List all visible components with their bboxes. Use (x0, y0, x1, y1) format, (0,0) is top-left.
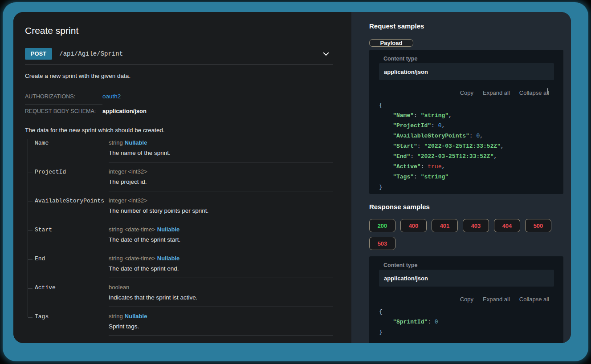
code-line: "Start": "2022-03-25T12:33:52Z", (379, 141, 554, 151)
field-type-cell: booleanIndicates that the sprint ist act… (109, 284, 333, 307)
tree-connector (25, 226, 35, 255)
schema-field-row: NamestringNullableThe name of the sprint… (25, 139, 333, 168)
body-description: The data for the new sprint which should… (25, 127, 333, 133)
field-type: boolean (109, 284, 333, 291)
request-sample-actions: CopyExpand allCollapse all (379, 89, 554, 96)
operation-doc-panel: Create sprint POST /api/Agile/Sprint Cre… (13, 12, 351, 343)
page-title: Create sprint (25, 25, 333, 36)
tree-connector (25, 255, 35, 284)
code-line: } (379, 327, 554, 337)
code-line: { (379, 100, 554, 110)
chevron-down-icon[interactable] (322, 50, 330, 58)
field-type: integer <int32> (109, 168, 333, 175)
field-description: Indicates that the sprint ist active. (109, 294, 333, 301)
code-line: "Active": true, (379, 162, 554, 172)
code-line: } (379, 182, 554, 192)
request-body-schema-value: application/json (102, 108, 147, 114)
code-line: "ProjectId": 0, (379, 121, 554, 131)
copy-link[interactable]: Copy (460, 89, 473, 96)
endpoint-row[interactable]: POST /api/Agile/Sprint (25, 48, 333, 60)
field-name: ProjectId (35, 168, 109, 197)
schema-field-row: Endstring <date-time>NullableThe date of… (25, 255, 333, 284)
schema-field-row: AvailableStoryPointsinteger <int32>The n… (25, 197, 333, 226)
response-content-type-select[interactable]: application/json (379, 270, 554, 287)
response-status-tabs: 200400401403404500503 (369, 219, 563, 250)
field-type: string <date-time>Nullable (109, 255, 333, 262)
field-description: The date of the sprint end. (109, 265, 333, 272)
nullable-badge: Nullable (157, 226, 180, 233)
code-line: "Tags": "string" (379, 172, 554, 182)
field-name: AvailableStoryPoints (35, 197, 109, 226)
schema-field-row: ProjectIdinteger <int32>The project id. (25, 168, 333, 197)
field-type: stringNullable (109, 313, 333, 320)
response-content-type-value: application/json (384, 275, 428, 282)
response-panel-wrap: Content type application/json CopyExpand… (369, 253, 563, 343)
request-json-code: { "Name": "string", "ProjectId": 0, "Ava… (379, 100, 554, 192)
response-content-type-label: Content type (383, 262, 554, 268)
status-tab-400[interactable]: 400 (400, 219, 427, 232)
code-line: { (379, 307, 554, 317)
authorizations-row: AUTHORIZATIONS: oauth2 (25, 93, 333, 105)
expand-all-link[interactable]: Expand all (483, 296, 510, 303)
status-tab-403[interactable]: 403 (463, 219, 489, 232)
field-name: Active (35, 284, 109, 313)
field-type-cell: integer <int32>The project id. (109, 168, 333, 191)
request-body-schema-label: REQUEST BODY SCHEMA: (25, 108, 102, 114)
scrollbar-thumb[interactable] (547, 88, 548, 94)
http-method-badge: POST (25, 48, 52, 60)
code-line: "AvailableStoryPoints": 0, (379, 131, 554, 141)
field-name: End (35, 255, 109, 284)
field-type-cell: integer <int32>The number of story point… (109, 197, 333, 220)
payload-tab[interactable]: Payload (369, 39, 413, 47)
samples-panel: Request samples Payload Content type app… (351, 12, 571, 343)
operation-description: Create a new sprint with the given data. (25, 73, 333, 79)
copy-link[interactable]: Copy (460, 296, 473, 303)
request-content-type-select[interactable]: application/json (379, 63, 554, 80)
response-sample-panel: Content type application/json CopyExpand… (369, 256, 563, 343)
status-tab-500[interactable]: 500 (525, 219, 551, 232)
status-tab-503[interactable]: 503 (369, 237, 395, 250)
endpoint-path: /api/Agile/Sprint (59, 50, 322, 57)
schema-field-row: ActivebooleanIndicates that the sprint i… (25, 284, 333, 313)
field-type: integer <int32> (109, 197, 333, 204)
response-samples-title: Response samples (369, 203, 563, 210)
request-samples-title: Request samples (369, 22, 563, 30)
field-description: The project id. (109, 178, 333, 185)
expand-all-link[interactable]: Expand all (483, 89, 510, 96)
schema-fields-list: NamestringNullableThe name of the sprint… (25, 139, 333, 342)
request-content-type-label: Content type (383, 56, 554, 62)
response-json-code: { "SprintId": 0} (379, 307, 554, 337)
api-doc-window: Create sprint POST /api/Agile/Sprint Cre… (13, 12, 571, 343)
tree-connector (25, 313, 35, 342)
status-tab-401[interactable]: 401 (432, 219, 458, 232)
field-description: The date of the sprint start. (109, 236, 333, 243)
oauth2-link[interactable]: oauth2 (102, 93, 121, 100)
nullable-badge: Nullable (157, 255, 180, 262)
tree-connector (25, 284, 35, 313)
field-description: The name of the sprint. (109, 150, 333, 156)
tree-connector (25, 139, 35, 168)
field-description: The number of story points per sprint. (109, 207, 333, 214)
field-type: stringNullable (109, 139, 333, 146)
request-sample-panel: Content type application/json CopyExpand… (369, 50, 563, 194)
collapse-all-link[interactable]: Collapse all (519, 89, 549, 96)
tree-connector (25, 197, 35, 226)
field-type-cell: stringNullableThe name of the sprint. (109, 139, 333, 162)
collapse-all-link[interactable]: Collapse all (519, 296, 549, 303)
nullable-badge: Nullable (125, 313, 147, 320)
status-tab-200[interactable]: 200 (369, 219, 395, 232)
field-name: Name (35, 139, 109, 168)
tree-connector (25, 168, 35, 197)
request-body-schema-row: REQUEST BODY SCHEMA: application/json (25, 108, 333, 119)
endpoint-divider (25, 65, 333, 65)
field-name: Tags (35, 313, 109, 342)
authorizations-label: AUTHORIZATIONS: (25, 93, 102, 105)
code-line: "SprintId": 0 (379, 317, 554, 327)
field-description: Sprint tags. (109, 323, 333, 330)
code-line: "Name": "string", (379, 110, 554, 121)
field-name: Start (35, 226, 109, 255)
status-tab-404[interactable]: 404 (494, 219, 520, 232)
field-type: string <date-time>Nullable (109, 226, 333, 233)
response-sample-actions: CopyExpand allCollapse all (379, 296, 554, 303)
request-content-type-value: application/json (384, 69, 428, 75)
